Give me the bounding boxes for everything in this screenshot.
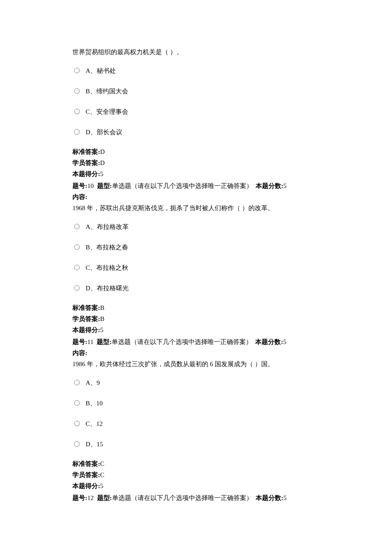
option-text: D、15	[86, 438, 103, 449]
radio-icon[interactable]	[74, 68, 80, 73]
radio-icon[interactable]	[74, 109, 80, 114]
qscore-value: 5	[283, 494, 287, 501]
radio-icon[interactable]	[74, 285, 80, 291]
radio-icon[interactable]	[74, 380, 80, 385]
option-text: C、布拉格之秋	[86, 262, 128, 273]
student-answer-line: 学员答案:C	[72, 470, 320, 480]
option-text: A、9	[86, 377, 100, 388]
option-text: D、部长会议	[86, 126, 122, 137]
qtype-label: 题型:	[97, 182, 112, 189]
standard-answer-line: 标准答案:C	[72, 459, 320, 469]
points-got-label: 本题得分:	[72, 171, 100, 177]
student-answer-label: 学员答案:	[72, 471, 100, 478]
option-row-a[interactable]: A、布拉格改革	[72, 221, 320, 232]
points-got-value: 5	[100, 171, 104, 177]
option-text: D、布拉格曙光	[86, 282, 129, 293]
question-stem: 世界贸易组织的最高权力机关是（ ）。	[72, 47, 320, 57]
points-got-line: 本题得分:5	[72, 481, 320, 491]
points-got-value: 5	[100, 483, 104, 489]
qscore-label: 本题分数:	[255, 338, 283, 345]
qnum-label: 题号:	[72, 338, 87, 345]
points-got-value: 5	[100, 327, 104, 333]
standard-answer-label: 标准答案:	[72, 304, 100, 311]
option-row-b[interactable]: B、布拉格之春	[72, 241, 320, 252]
option-row-c[interactable]: C、安全理事会	[72, 106, 320, 117]
student-answer-value: D	[100, 159, 105, 166]
content-label: 内容:	[72, 192, 320, 202]
radio-icon[interactable]	[74, 400, 80, 406]
question-stem: 1968 年，苏联出兵捷克斯洛伐克，扼杀了当时被人们称作（ ）的改革。	[72, 203, 320, 213]
option-row-a[interactable]: A、秘书处	[72, 65, 320, 76]
content-label: 内容:	[72, 348, 320, 358]
qnum-value: 12	[87, 494, 94, 501]
option-row-c[interactable]: C、12	[72, 418, 320, 429]
radio-icon[interactable]	[74, 441, 80, 447]
qtype-value: 单选题（请在以下几个选项中选择唯一正确答案）	[112, 494, 253, 501]
student-answer-label: 学员答案:	[72, 315, 100, 322]
qtype-label: 题型:	[97, 338, 112, 345]
standard-answer-line: 标准答案:B	[72, 303, 320, 313]
points-got-label: 本题得分:	[72, 483, 100, 489]
option-row-c[interactable]: C、布拉格之秋	[72, 262, 320, 273]
option-row-d[interactable]: D、15	[72, 438, 320, 449]
student-answer-label: 学员答案:	[72, 159, 100, 166]
qnum-value: 10	[87, 182, 94, 189]
radio-icon[interactable]	[74, 421, 80, 426]
qtype-label: 题型:	[97, 494, 112, 501]
qscore-label: 本题分数:	[256, 182, 283, 189]
standard-answer-label: 标准答案:	[72, 460, 100, 467]
option-text: C、12	[86, 418, 103, 429]
answer-block: 标准答案:D 学员答案:D 本题得分:5	[72, 147, 320, 179]
option-row-a[interactable]: A、9	[72, 377, 320, 388]
radio-icon[interactable]	[74, 129, 80, 135]
question-header: 题号:10 题型:单选题（请在以下几个选项中选择唯一正确答案） 本题分数:5	[72, 181, 320, 191]
points-got-line: 本题得分:5	[72, 325, 320, 335]
student-answer-line: 学员答案:B	[72, 314, 320, 324]
student-answer-value: B	[100, 315, 104, 322]
standard-answer-label: 标准答案:	[72, 148, 100, 155]
option-row-d[interactable]: D、部长会议	[72, 126, 320, 137]
radio-icon[interactable]	[74, 265, 80, 270]
qnum-label: 题号:	[72, 182, 87, 189]
radio-icon[interactable]	[74, 88, 80, 94]
option-text: C、安全理事会	[86, 106, 128, 117]
option-text: A、布拉格改革	[86, 221, 129, 232]
option-row-d[interactable]: D、布拉格曙光	[72, 282, 320, 293]
qscore-value: 5	[283, 182, 287, 189]
points-got-line: 本题得分:5	[72, 169, 320, 179]
radio-icon[interactable]	[74, 224, 80, 229]
option-row-b[interactable]: B、10	[72, 397, 320, 408]
standard-answer-value: B	[100, 304, 104, 311]
qnum-value: 11	[87, 338, 93, 345]
radio-icon[interactable]	[74, 244, 80, 250]
standard-answer-value: D	[100, 148, 105, 155]
option-text: B、缔约国大会	[86, 85, 128, 96]
qscore-value: 5	[283, 338, 286, 345]
option-text: B、10	[86, 397, 103, 408]
question-header: 题号:11 题型:单选题（请在以下几个选项中选择唯一正确答案） 本题分数:5	[72, 337, 320, 347]
question-stem: 1986 年，欧共体经过三次扩张，成员数从最初的 6 国发展成为（ ）国。	[72, 359, 320, 369]
answer-block: 标准答案:C 学员答案:C 本题得分:5	[72, 459, 320, 491]
option-row-b[interactable]: B、缔约国大会	[72, 85, 320, 96]
points-got-label: 本题得分:	[72, 327, 100, 333]
question-header: 题号:12 题型:单选题（请在以下几个选项中选择唯一正确答案） 本题分数:5	[72, 493, 320, 503]
student-answer-value: C	[100, 471, 104, 478]
qscore-label: 本题分数:	[256, 494, 283, 501]
standard-answer-line: 标准答案:D	[72, 147, 320, 157]
qnum-label: 题号:	[72, 494, 87, 501]
qtype-value: 单选题（请在以下几个选项中选择唯一正确答案）	[112, 338, 252, 345]
qtype-value: 单选题（请在以下几个选项中选择唯一正确答案）	[112, 182, 253, 189]
student-answer-line: 学员答案:D	[72, 158, 320, 168]
standard-answer-value: C	[100, 460, 104, 467]
option-text: A、秘书处	[86, 65, 116, 76]
option-text: B、布拉格之春	[86, 241, 128, 252]
answer-block: 标准答案:B 学员答案:B 本题得分:5	[72, 303, 320, 335]
